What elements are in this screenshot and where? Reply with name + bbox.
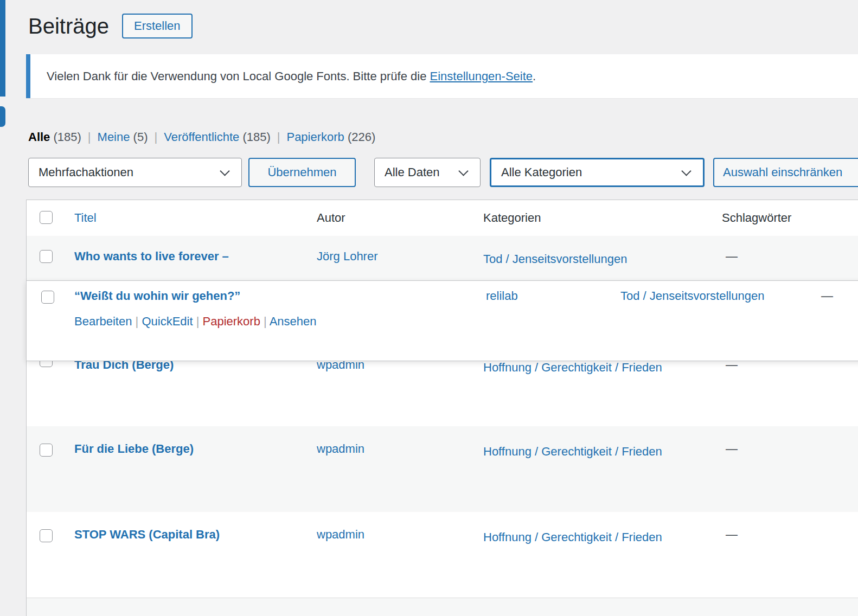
page-header: Beiträge Erstellen — [28, 12, 193, 40]
post-categories-link[interactable]: Tod / Jenseitsvorstellungen — [620, 288, 764, 304]
action-separator: | — [264, 315, 267, 328]
filter-button[interactable]: Auswahl einschränken — [713, 158, 858, 187]
posts-admin-page: Beiträge Erstellen Vielen Dank für die V… — [0, 0, 858, 616]
action-separator: | — [196, 315, 200, 328]
view-published: Veröffentlichte (185) — [164, 130, 271, 144]
post-title-link[interactable]: STOP WARS (Capital Bra) — [74, 527, 220, 542]
column-header-tags: Schlagwörter — [722, 200, 791, 236]
view-trash-link[interactable]: Papierkorb — [286, 130, 344, 144]
view-all-count: (185) — [53, 130, 81, 144]
view-published-link[interactable]: Veröffentlichte — [164, 130, 239, 144]
view-separator: | — [88, 130, 91, 144]
admin-menu-edge-top — [0, 0, 5, 97]
chevron-down-icon — [681, 166, 691, 176]
bulk-actions-value: Mehrfachaktionen — [39, 165, 133, 179]
edit-action-link[interactable]: Bearbeiten — [74, 315, 132, 328]
view-all-link[interactable]: Alle — [28, 130, 50, 144]
notice-banner: Vielen Dank für die Verwendung von Local… — [26, 54, 858, 98]
view-all: Alle (185) — [28, 130, 81, 144]
view-separator: | — [277, 130, 280, 144]
list-toolbar: Mehrfachaktionen Übernehmen Alle Daten A… — [0, 158, 858, 187]
notice-suffix: . — [533, 69, 536, 83]
apply-button[interactable]: Übernehmen — [248, 158, 356, 187]
post-title-link[interactable]: Für die Liebe (Berge) — [74, 441, 194, 457]
views-filter-bar: Alle (185) | Meine (5) | Veröffentlichte… — [28, 130, 375, 144]
quick-edit-action-link[interactable]: QuickEdit — [142, 315, 193, 328]
column-header-categories: Kategorien — [483, 200, 541, 236]
view-mine-count: (5) — [133, 130, 148, 144]
notice-message: Vielen Dank für die Verwendung von Local… — [47, 69, 430, 83]
column-header-title[interactable]: Titel — [74, 200, 97, 236]
select-all-checkbox[interactable] — [40, 211, 53, 224]
post-title-link[interactable]: “Weißt du wohin wir gehen?” — [74, 288, 240, 304]
table-footer-strip — [27, 598, 858, 616]
post-title-link[interactable]: Who wants to live forever – — [74, 249, 229, 264]
view-action-link[interactable]: Ansehen — [270, 315, 317, 328]
post-categories-link[interactable]: Hoffnung / Gerechtigkeit / Frieden — [483, 441, 673, 462]
table-row: Who wants to live forever – Jörg Lohrer … — [27, 236, 858, 281]
category-filter-select[interactable]: Alle Kategorien — [490, 158, 705, 187]
bulk-actions-select[interactable]: Mehrfachaktionen — [28, 158, 242, 187]
chevron-down-icon — [220, 166, 229, 176]
post-author-link[interactable]: wpadmin — [317, 527, 364, 542]
table-row: STOP WARS (Capital Bra) wpadmin Hoffnung… — [27, 512, 858, 598]
table-header-row: Titel Autor Kategorien Schlagwörter — [27, 200, 858, 236]
post-author-link[interactable]: relilab — [486, 288, 518, 304]
create-post-button[interactable]: Erstellen — [122, 14, 193, 39]
dragged-post-row[interactable]: “Weißt du wohin wir gehen?” Bearbeiten |… — [26, 280, 858, 361]
settings-page-link[interactable]: Einstellungen-Seite — [430, 69, 533, 83]
row-checkbox[interactable] — [41, 291, 54, 304]
post-tags-value: — — [726, 249, 738, 264]
action-separator: | — [136, 315, 139, 328]
category-filter-value: Alle Kategorien — [501, 165, 582, 179]
notice-text: Vielen Dank für die Verwendung von Local… — [47, 69, 536, 84]
view-mine-link[interactable]: Meine — [98, 130, 130, 144]
post-categories-link[interactable]: Hoffnung / Gerechtigkeit / Frieden — [483, 527, 673, 548]
post-tags-value: — — [726, 527, 738, 542]
post-tags-value: — — [821, 288, 833, 304]
view-published-count: (185) — [242, 130, 270, 144]
date-filter-value: Alle Daten — [385, 165, 440, 179]
view-separator: | — [155, 130, 158, 144]
post-categories-link[interactable]: Tod / Jenseitsvorstellungen — [483, 249, 673, 270]
row-actions: Bearbeiten | QuickEdit | Papierkorb | An… — [74, 313, 317, 330]
post-author-link[interactable]: wpadmin — [317, 441, 364, 457]
post-tags-value: — — [726, 441, 738, 457]
chevron-down-icon — [458, 166, 468, 176]
table-row: Für die Liebe (Berge) wpadmin Hoffnung /… — [27, 426, 858, 512]
row-checkbox[interactable] — [40, 529, 53, 542]
post-author-link[interactable]: Jörg Lohrer — [317, 249, 378, 264]
column-header-author: Autor — [317, 200, 345, 236]
view-trash-count: (226) — [348, 130, 375, 144]
trash-action-link[interactable]: Papierkorb — [203, 315, 260, 328]
view-mine: Meine (5) — [98, 130, 148, 144]
row-checkbox[interactable] — [40, 250, 53, 263]
row-checkbox[interactable] — [40, 444, 53, 457]
page-title: Beiträge — [28, 12, 109, 40]
posts-table: Titel Autor Kategorien Schlagwörter Who … — [26, 200, 858, 616]
admin-menu-edge-tab — [0, 106, 5, 127]
view-trash: Papierkorb (226) — [286, 130, 375, 144]
date-filter-select[interactable]: Alle Daten — [374, 158, 481, 187]
